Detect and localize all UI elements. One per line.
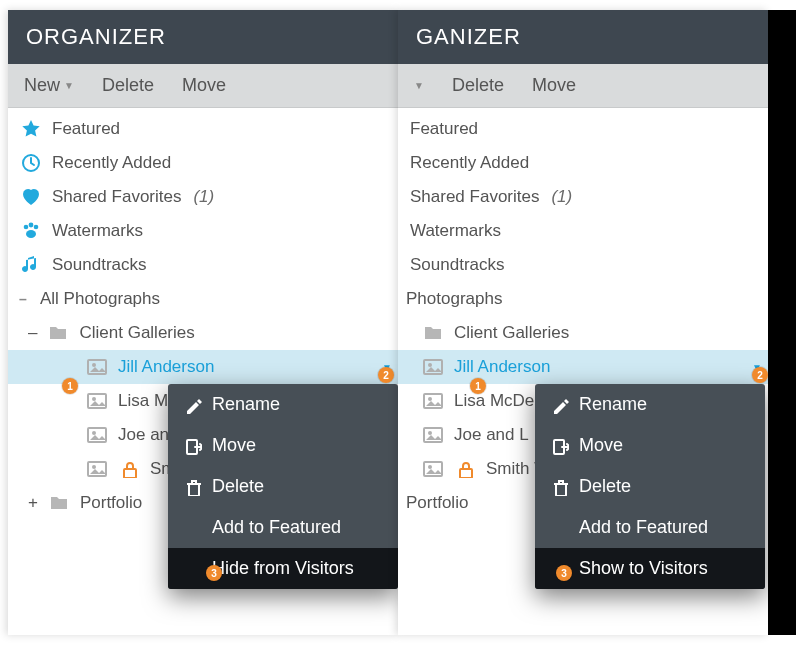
panel-title: ORGANIZER [8,10,398,64]
picture-icon [422,459,444,479]
star-icon [20,119,42,139]
delete-button[interactable]: Delete [452,75,504,96]
new-label: New [24,75,60,96]
ctx-rename[interactable]: Rename [535,384,765,425]
tree-client-galleries[interactable]: Client Galleries [398,316,768,350]
label: Add to Featured [212,517,341,538]
label: Joe and L [454,425,529,445]
picture-icon [422,425,444,445]
music-icon [20,255,42,275]
label: Hide from Visitors [212,558,354,579]
picture-icon [86,391,108,411]
pencil-icon [184,396,202,414]
panel-title: GANIZER [398,10,768,64]
lock-icon [454,460,476,478]
collapse-icon[interactable]: – [28,323,37,343]
label: Shared Favorites [52,187,181,207]
label: Portfolio [406,493,468,513]
label: Jill Anderson [454,357,550,377]
count: (1) [193,187,214,207]
organizer-panel-right: GANIZER ▼ Delete Move Featured Recently … [398,10,768,635]
label: Jill Anderson [118,357,214,377]
collapse-icon[interactable]: – [16,291,30,307]
label: Delete [212,476,264,497]
expand-icon[interactable]: + [28,493,38,513]
pencil-icon [551,396,569,414]
new-button[interactable]: New ▼ [24,75,74,96]
chevron-down-icon: ▼ [414,80,424,91]
trash-icon [551,478,569,496]
ctx-delete[interactable]: Delete [535,466,765,507]
label: Recently Added [410,153,529,173]
folder-icon [47,323,69,343]
new-button[interactable]: ▼ [414,80,424,91]
sidebar-item-recent[interactable]: Recently Added [8,146,398,180]
label: Move [212,435,256,456]
sidebar-item-favorites[interactable]: Shared Favorites(1) [398,180,768,214]
paw-icon [20,221,42,241]
label: Shared Favorites [410,187,539,207]
toolbar: ▼ Delete Move [398,64,768,108]
edge-shadow [768,10,796,635]
context-menu: Rename Move Delete Add to Featured Show … [535,384,765,589]
callout-badge-3: 3 [556,565,572,581]
sidebar-item-soundtracks[interactable]: Soundtracks [8,248,398,282]
tree-all-photos[interactable]: – All Photographs [8,282,398,316]
picture-icon [86,459,108,479]
label: Lisa McDe [454,391,534,411]
callout-badge-3: 3 [206,565,222,581]
lock-icon [118,460,140,478]
trash-icon [184,478,202,496]
chevron-down-icon: ▼ [64,80,74,91]
tree-all-photos[interactable]: Photographs [398,282,768,316]
move-button[interactable]: Move [182,75,226,96]
label: Soundtracks [410,255,505,275]
tree-client-galleries[interactable]: – Client Galleries [8,316,398,350]
label: Client Galleries [79,323,194,343]
label: Client Galleries [454,323,569,343]
sidebar-item-recent[interactable]: Recently Added [398,146,768,180]
picture-icon [422,391,444,411]
tree-gallery-jill[interactable]: Jill Anderson ▼ [398,350,768,384]
label: Watermarks [410,221,501,241]
label: Featured [52,119,120,139]
sidebar-item-watermarks[interactable]: Watermarks [8,214,398,248]
toolbar: New ▼ Delete Move [8,64,398,108]
move-button[interactable]: Move [532,75,576,96]
delete-button[interactable]: Delete [102,75,154,96]
sidebar-item-favorites[interactable]: Shared Favorites (1) [8,180,398,214]
callout-badge-2: 2 [752,367,768,383]
move-out-icon [184,437,202,455]
ctx-add-featured[interactable]: Add to Featured [168,507,398,548]
ctx-move[interactable]: Move [168,425,398,466]
picture-icon [422,357,444,377]
ctx-add-featured[interactable]: Add to Featured [535,507,765,548]
folder-icon [422,323,444,343]
label: Add to Featured [579,517,708,538]
label: Recently Added [52,153,171,173]
context-menu: Rename Move Delete Add to Featured Hide … [168,384,398,589]
clock-icon [20,153,42,173]
count: (1) [551,187,572,207]
folder-icon [48,493,70,513]
ctx-hide-visitors[interactable]: Hide from Visitors [168,548,398,589]
label: Delete [579,476,631,497]
label: Portfolio [80,493,142,513]
label: All Photographs [40,289,160,309]
label: Rename [212,394,280,415]
callout-badge-1: 1 [62,378,78,394]
label: Photographs [406,289,502,309]
sidebar-item-watermarks[interactable]: Watermarks [398,214,768,248]
label: Rename [579,394,647,415]
label: Show to Visitors [579,558,708,579]
picture-icon [86,357,108,377]
organizer-panel-left: ORGANIZER New ▼ Delete Move Featured Rec… [8,10,398,635]
sidebar-item-featured[interactable]: Featured [8,112,398,146]
ctx-rename[interactable]: Rename [168,384,398,425]
sidebar-item-featured[interactable]: Featured [398,112,768,146]
label: Featured [410,119,478,139]
heart-icon [20,187,42,207]
sidebar-item-soundtracks[interactable]: Soundtracks [398,248,768,282]
ctx-delete[interactable]: Delete [168,466,398,507]
ctx-move[interactable]: Move [535,425,765,466]
